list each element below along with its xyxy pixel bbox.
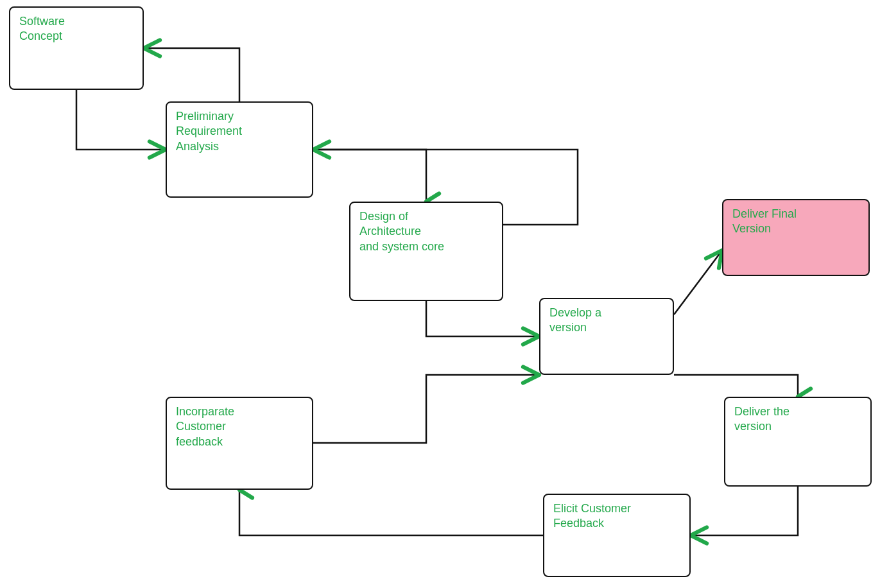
node-label-develop-version: Develop aversion [549, 306, 601, 334]
node-preliminary-req: PreliminaryRequirementAnalysis [166, 101, 313, 198]
node-deliver-final: Deliver FinalVersion [722, 199, 870, 276]
arrow-design-to-develop [426, 301, 539, 336]
node-elicit-feedback: Elicit CustomerFeedback [543, 494, 691, 577]
node-deliver-version: Deliver theversion [724, 397, 872, 487]
arrow-pra-to-design [313, 150, 426, 202]
node-software-concept: SoftwareConcept [9, 6, 144, 90]
arrow-pra-back-to-sc [144, 48, 239, 101]
node-label-elicit-feedback: Elicit CustomerFeedback [553, 502, 631, 530]
node-develop-version: Develop aversion [539, 298, 674, 375]
arrow-sc-to-pra [76, 90, 166, 150]
node-label-software-concept: SoftwareConcept [19, 15, 65, 42]
node-label-incorporate-feedback: IncorparateCustomerfeedback [176, 405, 234, 448]
node-incorporate-feedback: IncorparateCustomerfeedback [166, 397, 313, 490]
node-label-preliminary-req: PreliminaryRequirementAnalysis [176, 110, 242, 153]
arrow-deliver-to-elicit [691, 487, 798, 535]
arrow-elicit-to-incorporate [239, 490, 543, 535]
arrow-develop-to-deliver [674, 375, 798, 397]
diagram: SoftwareConcept PreliminaryRequirementAn… [0, 0, 889, 588]
arrow-incorporate-to-develop [313, 375, 539, 443]
node-label-deliver-version: Deliver theversion [734, 405, 790, 433]
node-label-design-arch: Design ofArchitectureand system core [359, 210, 444, 253]
node-design-arch: Design ofArchitectureand system core [349, 202, 503, 301]
node-label-deliver-final: Deliver FinalVersion [732, 207, 797, 235]
arrow-develop-to-final [674, 250, 722, 315]
